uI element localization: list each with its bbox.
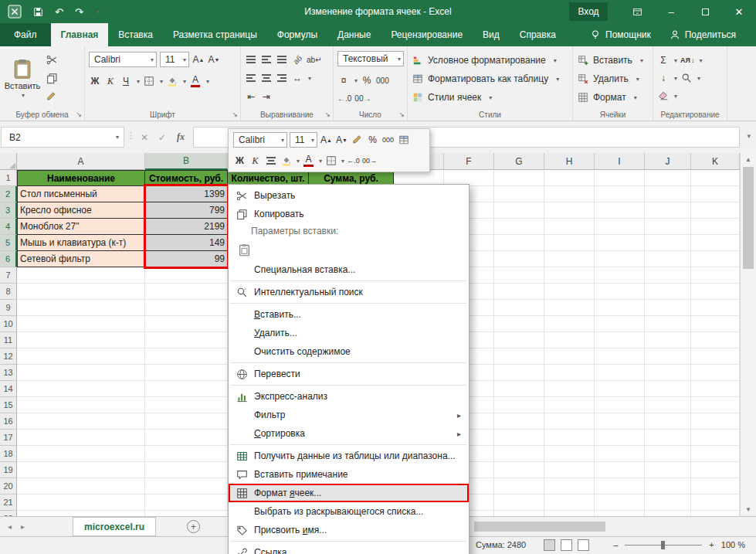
copy-icon[interactable]: [46, 73, 58, 84]
cell-a14[interactable]: [17, 381, 145, 397]
find-dropdown-icon[interactable]: ▾: [696, 75, 700, 82]
mini-bold-button[interactable]: Ж: [233, 153, 246, 168]
cell-k22[interactable]: [691, 511, 740, 516]
cell-i22[interactable]: [595, 511, 645, 516]
cell-i8[interactable]: [595, 284, 645, 300]
cell-j2[interactable]: [645, 186, 691, 202]
page-layout-view-icon[interactable]: [561, 539, 572, 551]
cell-b11[interactable]: [145, 332, 228, 348]
row-header-3[interactable]: 3: [0, 202, 17, 219]
cell-k1[interactable]: [691, 170, 740, 186]
cell-b19[interactable]: [145, 462, 228, 478]
dropdown-icon[interactable]: ▾: [310, 137, 314, 144]
cell-g11[interactable]: [494, 332, 544, 348]
row-header-14[interactable]: 14: [0, 381, 17, 397]
row-header-22[interactable]: 22: [0, 511, 17, 516]
cell-k4[interactable]: [691, 219, 740, 235]
cell-j3[interactable]: [645, 202, 691, 219]
cell-h19[interactable]: [544, 462, 595, 478]
cell-i19[interactable]: [595, 462, 645, 478]
menu-item[interactable]: Формат ячеек...: [229, 484, 469, 502]
decrease-indent-icon[interactable]: ⇤: [245, 89, 257, 104]
ribbon-display-options-icon[interactable]: [620, 0, 654, 23]
maximize-button[interactable]: [688, 0, 722, 23]
cell-g7[interactable]: [494, 267, 544, 284]
alignment-dialog-launcher-icon[interactable]: ↘: [324, 111, 331, 118]
fill-dropdown-icon[interactable]: ▾: [673, 75, 677, 82]
cell-g17[interactable]: [494, 430, 544, 446]
mini-increase-decimal-icon[interactable]: ←.0: [347, 153, 360, 168]
cell-g8[interactable]: [494, 284, 544, 300]
ribbon-tab[interactable]: Вставка: [108, 23, 163, 46]
menu-item[interactable]: Ссылка: [229, 543, 469, 554]
mini-decrease-font-icon[interactable]: А▼: [335, 132, 348, 148]
menu-item[interactable]: Экспресс-анализ: [229, 387, 469, 406]
row-header-5[interactable]: 5: [0, 235, 17, 251]
cell-k16[interactable]: [691, 413, 740, 430]
cell-g4[interactable]: [494, 219, 544, 235]
ribbon-tab[interactable]: Разметка страницы: [163, 23, 267, 46]
cell-j19[interactable]: [645, 462, 691, 478]
cell-j21[interactable]: [645, 495, 691, 511]
cell-h12[interactable]: [544, 348, 595, 365]
format-painter-icon[interactable]: [46, 91, 58, 102]
menu-item[interactable]: Перевести: [229, 365, 469, 383]
cell-k17[interactable]: [691, 430, 740, 446]
orientation-icon[interactable]: аб: [287, 49, 307, 69]
cell-j14[interactable]: [645, 381, 691, 397]
cell-a3[interactable]: Кресло офисное: [17, 202, 145, 219]
cell-k14[interactable]: [691, 381, 740, 397]
cell-h14[interactable]: [544, 381, 595, 397]
row-header-10[interactable]: 10: [0, 316, 17, 332]
font-dialog-launcher-icon[interactable]: ↘: [232, 111, 238, 118]
column-header-b[interactable]: B: [145, 153, 228, 170]
cell-h13[interactable]: [544, 365, 595, 381]
cell-j18[interactable]: [645, 446, 691, 462]
zoom-out-icon[interactable]: –: [613, 540, 618, 549]
cell-a15[interactable]: [17, 397, 145, 413]
cell-a12[interactable]: [17, 348, 145, 365]
cell-k11[interactable]: [691, 332, 740, 348]
find-select-icon[interactable]: [680, 70, 693, 86]
row-header-20[interactable]: 20: [0, 478, 17, 495]
comma-style-icon[interactable]: 000: [376, 73, 389, 88]
cell-k18[interactable]: [691, 446, 740, 462]
cell-b9[interactable]: [145, 300, 228, 316]
mini-format-table-icon[interactable]: [397, 132, 410, 148]
undo-icon[interactable]: ↶: [55, 6, 63, 18]
autosum-icon[interactable]: Σ: [657, 53, 670, 68]
decrease-font-size-icon[interactable]: А▼: [208, 52, 220, 67]
menu-item[interactable]: Вставить...: [229, 305, 469, 324]
align-right-icon[interactable]: [276, 70, 288, 86]
align-top-icon[interactable]: [245, 52, 257, 67]
scroll-up-icon[interactable]: ▲: [741, 153, 756, 166]
insert-cells-button[interactable]: Вставить ▾: [578, 52, 643, 69]
cell-h8[interactable]: [544, 284, 595, 300]
cell-g13[interactable]: [494, 365, 544, 381]
cell-h3[interactable]: [544, 202, 595, 219]
mini-increase-font-icon[interactable]: А▲: [320, 132, 333, 148]
row-header-7[interactable]: 7: [0, 267, 17, 284]
underline-dropdown-icon[interactable]: ▾: [135, 78, 140, 85]
scroll-down-icon[interactable]: ▼: [741, 503, 756, 516]
cell-a22[interactable]: [17, 511, 145, 516]
row-header-9[interactable]: 9: [0, 300, 17, 316]
cell-h21[interactable]: [544, 495, 595, 511]
cell-a11[interactable]: [17, 332, 145, 348]
row-header-16[interactable]: 16: [0, 413, 17, 430]
cell-j22[interactable]: [645, 511, 691, 516]
insert-function-icon[interactable]: fx: [172, 127, 189, 148]
cell-k20[interactable]: [691, 478, 740, 495]
percent-style-icon[interactable]: %: [361, 73, 373, 88]
cell-h15[interactable]: [544, 397, 595, 413]
cell-g16[interactable]: [494, 413, 544, 430]
cell-b20[interactable]: [145, 478, 228, 495]
accounting-format-icon[interactable]: ¤: [337, 73, 350, 88]
cell-g2[interactable]: [494, 186, 544, 202]
cell-a17[interactable]: [17, 430, 145, 446]
cell-j15[interactable]: [645, 397, 691, 413]
cell-a2[interactable]: Стол письменный: [17, 186, 145, 202]
column-header-i[interactable]: I: [595, 153, 645, 170]
cell-a16[interactable]: [17, 413, 145, 430]
cell-g14[interactable]: [494, 381, 544, 397]
